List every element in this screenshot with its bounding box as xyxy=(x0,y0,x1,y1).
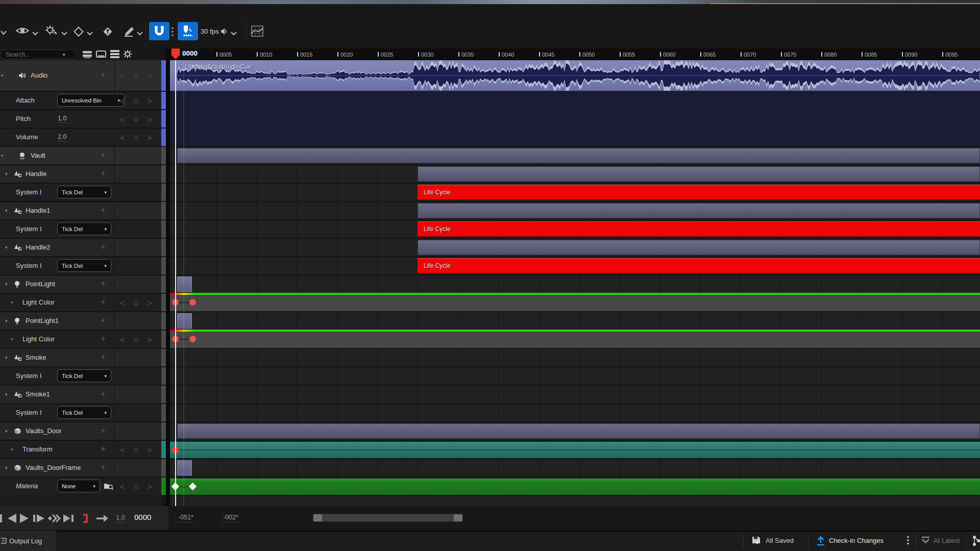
step-forward-button[interactable] xyxy=(32,513,45,525)
expander-arrow-icon[interactable]: ▾ xyxy=(5,282,8,287)
expander-arrow-icon[interactable]: ▾ xyxy=(5,245,8,250)
add-key-icon[interactable] xyxy=(133,134,139,143)
track-row-pitch[interactable]: Pitch1.0 xyxy=(0,110,161,128)
dropdown-caret[interactable] xyxy=(0,28,7,37)
curve-row-bg[interactable] xyxy=(170,295,980,311)
track-row-transform[interactable]: ▸Transform+ xyxy=(0,441,161,458)
audio-waveform-track[interactable]: UpdatedVaultAudioCue xyxy=(170,60,980,91)
add-section-button[interactable]: + xyxy=(101,463,106,471)
expander-arrow-icon[interactable]: ▾ xyxy=(5,429,8,434)
expander-arrow-icon[interactable]: ▾ xyxy=(5,465,8,470)
value-field[interactable]: 2.0 xyxy=(58,133,66,141)
scrollbar-right-handle[interactable] xyxy=(454,514,462,521)
lifecycle-bar[interactable]: Life Cycle xyxy=(418,221,980,237)
expander-arrow-icon[interactable]: ▾ xyxy=(1,73,4,78)
next-key-icon[interactable] xyxy=(146,134,153,143)
track-row-pointlight[interactable]: ▾PointLight+ xyxy=(0,276,161,293)
curve-editor-icon[interactable] xyxy=(251,26,263,39)
next-keyframe-button[interactable] xyxy=(48,513,61,525)
panel-gutter[interactable] xyxy=(166,48,170,506)
track-row-handle2[interactable]: ▾Handle2+ xyxy=(0,239,161,256)
track-row-audio[interactable]: ▾Audio+ xyxy=(0,60,161,91)
material-section-bar[interactable] xyxy=(170,479,980,495)
at-latest-button[interactable]: At Latest xyxy=(934,537,960,544)
output-log-tab[interactable]: Output Log xyxy=(0,531,57,551)
current-frame[interactable]: 0000 xyxy=(134,513,151,521)
next-key-icon[interactable] xyxy=(146,336,153,345)
play-reverse-button[interactable] xyxy=(6,513,17,525)
timeline-zoom-scrollbar[interactable] xyxy=(313,514,463,522)
add-key-icon[interactable] xyxy=(133,483,139,492)
playhead-marker[interactable] xyxy=(171,48,180,59)
view-range-start[interactable]: -051* xyxy=(178,514,193,522)
dropdown-tick-del[interactable]: Tick Del▾ xyxy=(57,406,111,419)
playback-mode-arrow[interactable] xyxy=(96,513,109,525)
track-row-light-color[interactable]: ▸Light Color+ xyxy=(0,331,161,348)
track-row-smoke[interactable]: ▾Smoke+ xyxy=(0,349,161,366)
eye-icon[interactable] xyxy=(15,26,30,38)
add-section-button[interactable]: + xyxy=(101,279,106,288)
expander-arrow-icon[interactable]: ▸ xyxy=(11,299,14,305)
track-row-system-i[interactable]: System ITick Del▾ xyxy=(0,257,161,274)
add-key-icon[interactable] xyxy=(133,446,139,456)
keyed-section-block[interactable] xyxy=(177,277,192,292)
playhead-line[interactable] xyxy=(175,60,176,506)
value-field[interactable]: 1.0 xyxy=(58,115,66,123)
section-bar-handle1[interactable] xyxy=(418,203,980,218)
keyframe-dot[interactable] xyxy=(189,299,196,306)
section-bar-handle2[interactable] xyxy=(418,240,980,255)
expander-arrow-icon[interactable]: ▾ xyxy=(5,171,8,177)
add-section-button[interactable]: + xyxy=(101,206,106,214)
settings-gear-icon[interactable] xyxy=(122,49,133,61)
add-section-button[interactable]: + xyxy=(101,242,106,251)
next-key-icon[interactable] xyxy=(146,446,153,456)
kebab-dots-icon[interactable] xyxy=(171,27,174,39)
add-section-button[interactable]: + xyxy=(101,389,106,398)
chevron-down-icon[interactable]: ▾ xyxy=(63,52,65,57)
dropdown-none[interactable]: None▾ xyxy=(57,480,100,492)
diamond-key-icon[interactable] xyxy=(101,24,115,41)
track-row-handle1[interactable]: ▾Handle1+ xyxy=(0,202,161,219)
prev-key-icon[interactable] xyxy=(119,97,126,107)
save-status-button[interactable]: All Saved xyxy=(766,537,794,544)
snap-toggle-button[interactable] xyxy=(149,22,169,40)
track-row-vaults-doorframe[interactable]: ▾Vaults_DoorFrame+ xyxy=(0,459,161,477)
add-key-icon[interactable] xyxy=(133,336,139,345)
scrollbar-left-handle[interactable] xyxy=(313,514,322,521)
next-key-icon[interactable] xyxy=(146,72,153,82)
revision-branch-icon[interactable] xyxy=(972,535,980,548)
section-bar-vaults-door[interactable] xyxy=(177,423,980,439)
expander-arrow-icon[interactable]: ▾ xyxy=(5,208,8,213)
add-key-icon[interactable] xyxy=(133,72,139,82)
add-key-icon[interactable] xyxy=(133,299,139,309)
track-row-system-i[interactable]: System ITick Del▾ xyxy=(0,404,161,421)
chevron-down-icon[interactable] xyxy=(61,29,67,38)
keyframe-dot[interactable] xyxy=(189,336,196,342)
prev-key-icon[interactable] xyxy=(119,116,126,125)
prev-key-icon[interactable] xyxy=(119,446,126,456)
lifecycle-bar[interactable]: Life Cycle xyxy=(418,258,980,273)
chevron-down-icon[interactable] xyxy=(32,29,38,38)
chevron-down-icon[interactable] xyxy=(231,29,237,38)
layout-list-icon[interactable] xyxy=(109,49,120,61)
checkin-changes-button[interactable]: Check-in Changes xyxy=(829,537,884,544)
marker-snap-button[interactable] xyxy=(178,22,198,40)
curve-row-bg[interactable] xyxy=(170,332,980,348)
prev-key-icon[interactable] xyxy=(119,299,126,309)
prev-key-icon[interactable] xyxy=(119,336,126,345)
jump-to-end-button[interactable] xyxy=(62,513,75,525)
gear-cursor-icon[interactable] xyxy=(44,24,59,39)
add-section-button[interactable]: + xyxy=(101,316,106,324)
keyed-section-block[interactable] xyxy=(177,313,192,329)
track-row-vaults-door[interactable]: ▾Vaults_Door+ xyxy=(0,422,161,440)
jump-to-start-button[interactable] xyxy=(0,513,4,525)
track-row-system-i[interactable]: System ITick Del▾ xyxy=(0,367,161,385)
expander-arrow-icon[interactable]: ▾ xyxy=(5,318,8,323)
track-row-pointlight1[interactable]: ▾PointLight1+ xyxy=(0,312,161,330)
play-forward-button[interactable] xyxy=(18,513,30,525)
section-bar-handle[interactable] xyxy=(418,166,980,182)
add-key-icon[interactable] xyxy=(133,116,139,125)
search-field[interactable]: ▾ xyxy=(0,49,77,59)
speaker-small-icon[interactable] xyxy=(220,28,229,37)
prev-key-icon[interactable] xyxy=(119,483,126,492)
